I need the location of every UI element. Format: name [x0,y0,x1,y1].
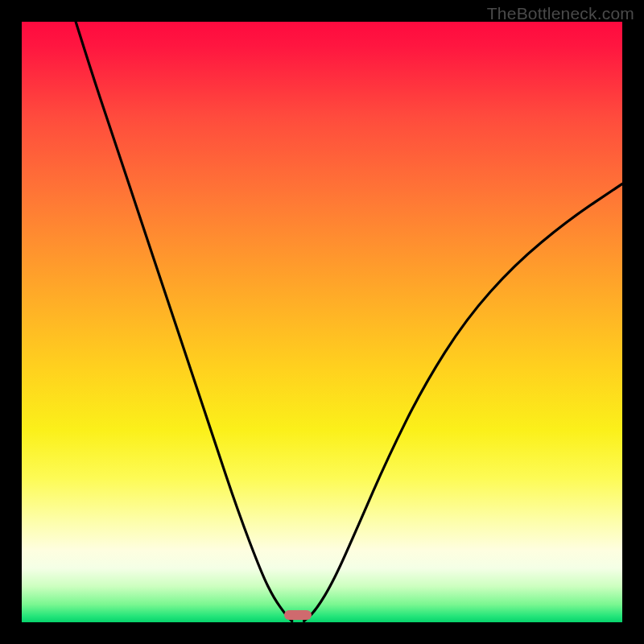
curve-left-branch [76,22,292,621]
plot-area [22,22,622,622]
curve-right-branch [304,184,622,621]
outer-frame: TheBottleneck.com [0,0,644,644]
bottleneck-curve [22,22,622,622]
optimal-marker [284,610,312,620]
watermark-text: TheBottleneck.com [487,4,634,23]
